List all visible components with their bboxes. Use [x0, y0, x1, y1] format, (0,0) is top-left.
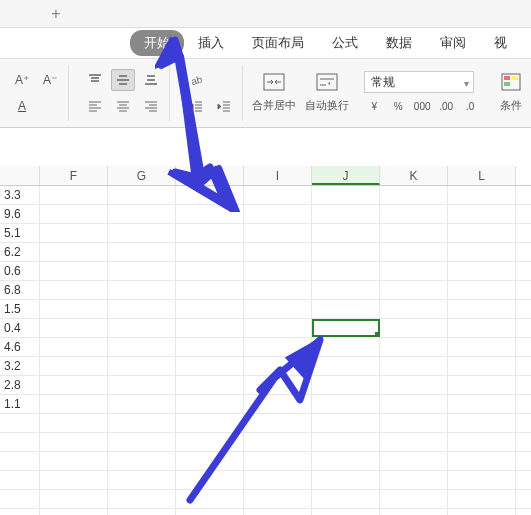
cell[interactable]	[176, 281, 244, 299]
cell[interactable]	[0, 490, 40, 508]
cell[interactable]	[40, 281, 108, 299]
cell[interactable]	[312, 243, 380, 261]
tab-view[interactable]: 视	[480, 30, 521, 56]
cell[interactable]	[176, 433, 244, 451]
cell[interactable]	[312, 186, 380, 204]
tab-home[interactable]: 开始	[130, 30, 184, 56]
col-header-f[interactable]: F	[40, 166, 108, 185]
cell[interactable]	[40, 224, 108, 242]
cell[interactable]	[380, 490, 448, 508]
cell[interactable]	[108, 490, 176, 508]
cell[interactable]	[244, 376, 312, 394]
orientation-button[interactable]: ab	[184, 69, 208, 91]
cell[interactable]	[40, 376, 108, 394]
cell[interactable]	[380, 262, 448, 280]
cell[interactable]	[244, 262, 312, 280]
cell[interactable]: 0.6	[0, 262, 40, 280]
cell[interactable]	[380, 509, 448, 515]
cell[interactable]	[40, 319, 108, 337]
cell[interactable]	[108, 319, 176, 337]
currency-button[interactable]: ¥	[364, 97, 384, 115]
cell[interactable]	[176, 357, 244, 375]
cell[interactable]	[108, 471, 176, 489]
cell[interactable]	[108, 376, 176, 394]
cell[interactable]	[244, 338, 312, 356]
cell[interactable]	[448, 281, 516, 299]
cell[interactable]	[312, 509, 380, 515]
cell[interactable]	[380, 319, 448, 337]
cell[interactable]	[108, 243, 176, 261]
cell[interactable]	[448, 243, 516, 261]
cell[interactable]	[380, 452, 448, 470]
tab-insert[interactable]: 插入	[184, 30, 238, 56]
font-increase-button[interactable]: A⁺	[10, 69, 34, 91]
cell[interactable]	[244, 414, 312, 432]
increase-indent-button[interactable]	[212, 95, 236, 117]
align-middle-button[interactable]	[111, 69, 135, 91]
col-header-l[interactable]: L	[448, 166, 516, 185]
cell[interactable]	[244, 452, 312, 470]
cell[interactable]	[108, 262, 176, 280]
cell[interactable]	[244, 509, 312, 515]
cell[interactable]	[40, 452, 108, 470]
cell[interactable]	[312, 357, 380, 375]
cell[interactable]	[176, 300, 244, 318]
cell[interactable]	[448, 490, 516, 508]
cell[interactable]	[448, 300, 516, 318]
cell[interactable]	[448, 319, 516, 337]
cell[interactable]	[244, 243, 312, 261]
cell[interactable]	[40, 357, 108, 375]
cell[interactable]	[380, 471, 448, 489]
cell[interactable]: 1.5	[0, 300, 40, 318]
col-header-g[interactable]: G	[108, 166, 176, 185]
comma-button[interactable]: 000	[412, 97, 432, 115]
wrap-text-button[interactable]: 自动换行	[305, 65, 351, 121]
cell[interactable]	[312, 395, 380, 413]
cell[interactable]: 2.8	[0, 376, 40, 394]
cell[interactable]	[380, 205, 448, 223]
cell[interactable]	[40, 186, 108, 204]
cell[interactable]	[244, 319, 312, 337]
cell[interactable]	[380, 357, 448, 375]
cell[interactable]	[0, 452, 40, 470]
cell[interactable]	[40, 300, 108, 318]
cell[interactable]	[108, 205, 176, 223]
cell[interactable]	[176, 338, 244, 356]
cell[interactable]	[176, 319, 244, 337]
cell[interactable]: 1.1	[0, 395, 40, 413]
cell[interactable]	[0, 509, 40, 515]
cell[interactable]	[0, 414, 40, 432]
tab-data[interactable]: 数据	[372, 30, 426, 56]
new-tab-button[interactable]: +	[40, 2, 72, 26]
cell[interactable]	[380, 414, 448, 432]
cell[interactable]	[312, 471, 380, 489]
cell[interactable]	[312, 376, 380, 394]
cell[interactable]	[176, 243, 244, 261]
align-center-button[interactable]	[111, 95, 135, 117]
cell[interactable]	[40, 414, 108, 432]
cell[interactable]	[176, 205, 244, 223]
cell[interactable]	[312, 338, 380, 356]
cell[interactable]	[448, 205, 516, 223]
tab-formulas[interactable]: 公式	[318, 30, 372, 56]
number-format-select[interactable]: 常规	[364, 71, 474, 93]
cell[interactable]: 5.1	[0, 224, 40, 242]
cell[interactable]	[312, 300, 380, 318]
cell[interactable]	[176, 414, 244, 432]
col-header-j[interactable]: J	[312, 166, 380, 185]
cell[interactable]	[244, 490, 312, 508]
cell[interactable]	[448, 414, 516, 432]
cell[interactable]	[108, 452, 176, 470]
cell[interactable]	[448, 395, 516, 413]
spreadsheet[interactable]: F G H I J K L 3.39.65.16.20.66.81.50.44.…	[0, 166, 531, 515]
cell[interactable]	[40, 490, 108, 508]
cell[interactable]	[108, 509, 176, 515]
cell[interactable]	[40, 338, 108, 356]
cell[interactable]	[448, 338, 516, 356]
col-header-i[interactable]: I	[244, 166, 312, 185]
cell[interactable]	[176, 224, 244, 242]
cell[interactable]	[312, 205, 380, 223]
cell[interactable]	[176, 186, 244, 204]
cell[interactable]	[380, 281, 448, 299]
cell[interactable]	[176, 395, 244, 413]
